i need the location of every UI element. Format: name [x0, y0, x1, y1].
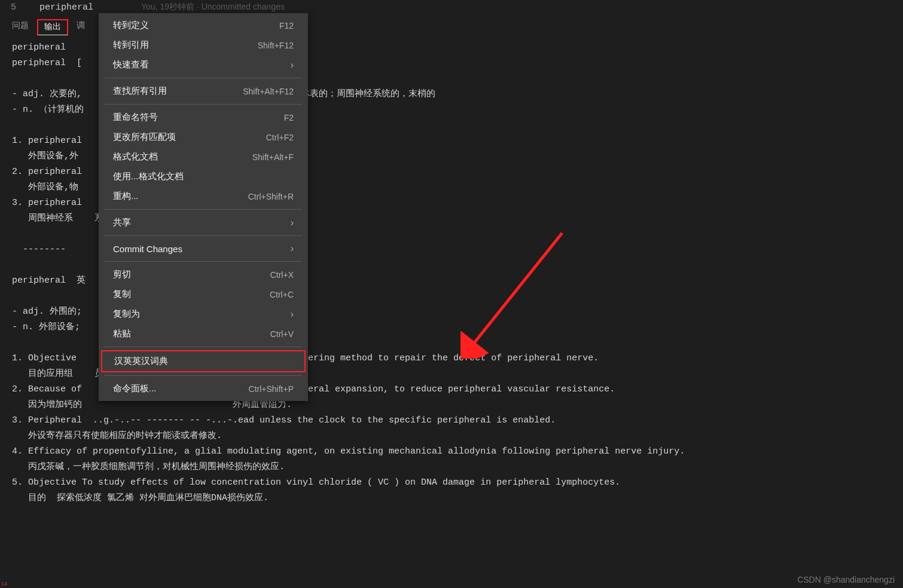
menu-item[interactable]: 使用...格式化文档 — [99, 167, 308, 186]
line-number: 5 — [11, 2, 29, 13]
menu-item[interactable]: 命令面板...Ctrl+Shift+P — [99, 379, 308, 399]
chevron-right-icon: › — [291, 218, 294, 228]
menu-item-label: 重构... — [113, 191, 139, 202]
menu-item[interactable]: 查找所有引用Shift+Alt+F12 — [99, 81, 308, 101]
menu-item-label: 粘贴 — [113, 328, 131, 339]
menu-item-label: 剪切 — [113, 269, 131, 280]
menu-shortcut: Ctrl+X — [270, 270, 294, 280]
menu-shortcut: F12 — [279, 21, 294, 30]
menu-item[interactable]: 快速查看› — [99, 55, 308, 75]
menu-item[interactable]: 重构...Ctrl+Shift+R — [99, 186, 308, 206]
chevron-right-icon: › — [291, 60, 294, 71]
menu-divider — [105, 104, 302, 105]
menu-item[interactable]: 重命名符号F2 — [99, 108, 308, 127]
tab-debug[interactable]: 调 — [77, 20, 85, 33]
menu-item[interactable]: 复制Ctrl+C — [99, 284, 308, 304]
menu-item-label: 使用...格式化文档 — [113, 171, 184, 182]
menu-item-label: 重命名符号 — [113, 112, 158, 123]
tab-problems[interactable]: 问题 — [12, 20, 29, 33]
menu-item[interactable]: 共享› — [99, 213, 308, 232]
menu-shortcut: Ctrl+V — [270, 329, 294, 339]
editor-gutter-line: 5 peripheral You, 19秒钟前 · Uncommitted ch… — [0, 0, 903, 14]
menu-shortcut: Ctrl+C — [270, 290, 294, 299]
menu-item-label: 查找所有引用 — [113, 85, 167, 97]
menu-item[interactable]: 粘贴Ctrl+V — [99, 324, 308, 344]
chevron-right-icon: › — [291, 309, 294, 320]
menu-item-label: 共享 — [113, 217, 131, 228]
tab-output[interactable]: 输出 — [37, 19, 68, 35]
menu-shortcut: Shift+Alt+F — [252, 152, 294, 162]
watermark: CSDN @shandianchengzi — [797, 575, 895, 584]
menu-shortcut: Ctrl+Shift+R — [248, 192, 294, 201]
menu-divider — [105, 78, 302, 78]
menu-divider — [105, 375, 302, 376]
menu-shortcut: Shift+F12 — [258, 41, 294, 50]
menu-divider — [105, 347, 302, 347]
menu-item[interactable]: 更改所有匹配项Ctrl+F2 — [99, 127, 308, 147]
menu-item[interactable]: 复制为› — [99, 304, 308, 324]
menu-item[interactable]: 转到定义F12 — [99, 16, 308, 35]
menu-item[interactable]: Commit Changes› — [99, 239, 308, 258]
menu-shortcut: Ctrl+F2 — [266, 133, 294, 142]
menu-item-label: 转到定义 — [113, 20, 149, 31]
menu-item-label: 复制为 — [113, 308, 140, 320]
menu-shortcut: Ctrl+Shift+P — [249, 384, 294, 394]
menu-item[interactable]: 格式化文档Shift+Alt+F — [99, 147, 308, 167]
menu-item-label: Commit Changes — [113, 244, 182, 254]
menu-item[interactable]: 汉英英汉词典 — [101, 350, 306, 372]
menu-item-label: 快速查看 — [113, 59, 149, 71]
menu-item-label: 转到引用 — [113, 39, 149, 51]
menu-divider — [105, 261, 302, 262]
gitlens-annotation: You, 19秒钟前 · Uncommitted changes — [141, 2, 285, 13]
code-content[interactable]: peripheral — [39, 2, 93, 13]
menu-item[interactable]: 转到引用Shift+F12 — [99, 35, 308, 55]
menu-item[interactable]: 剪切Ctrl+X — [99, 265, 308, 284]
menu-item-label: 更改所有匹配项 — [113, 131, 176, 143]
menu-item-label: 复制 — [113, 289, 131, 300]
menu-divider — [105, 209, 302, 210]
menu-item-label: 格式化文档 — [113, 151, 158, 163]
menu-item-label: 命令面板... — [113, 383, 157, 394]
menu-shortcut: F2 — [284, 113, 294, 122]
menu-item-label: 汉英英汉词典 — [114, 356, 168, 367]
corner-badge: 14 — [1, 581, 7, 587]
context-menu: 转到定义F12转到引用Shift+F12快速查看›查找所有引用Shift+Alt… — [99, 13, 308, 401]
menu-divider — [105, 235, 302, 236]
chevron-right-icon: › — [291, 243, 294, 254]
menu-shortcut: Shift+Alt+F12 — [243, 87, 294, 96]
